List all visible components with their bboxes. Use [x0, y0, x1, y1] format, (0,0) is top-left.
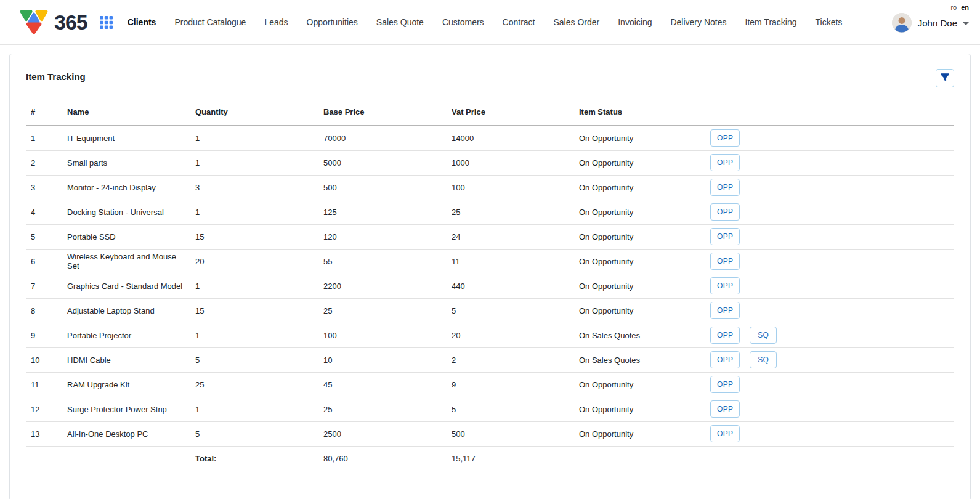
quantity: 5 [190, 421, 318, 446]
item-status: On Sales Quotes [574, 323, 705, 347]
item-name: Graphics Card - Standard Model [62, 274, 190, 298]
page-title: Item Tracking [26, 69, 86, 82]
nav-item-delivery-notes[interactable]: Delivery Notes [670, 17, 726, 27]
row-number: 9 [26, 323, 62, 347]
nav-item-opportunities[interactable]: Opportunities [307, 17, 358, 27]
item-status: On Opportunity [574, 150, 705, 175]
opp-button[interactable]: OPP [710, 327, 740, 344]
base-price: 2500 [318, 421, 447, 446]
brand-logo: 365 [18, 9, 87, 36]
nav-item-sales-quote[interactable]: Sales Quote [376, 17, 424, 27]
table-row: 12Surge Protector Power Strip1255On Oppo… [26, 397, 954, 421]
total-spacer [705, 446, 954, 471]
user-avatar[interactable] [892, 13, 912, 33]
item-tracking-table: #NameQuantityBase PriceVat PriceItem Sta… [26, 100, 954, 471]
sq-button[interactable]: SQ [750, 327, 777, 344]
item-status: On Opportunity [574, 224, 705, 249]
row-actions: OPP [705, 249, 954, 274]
base-price: 5000 [318, 150, 447, 175]
language-en[interactable]: en [961, 4, 969, 11]
table-row: 1IT Equipment17000014000On OpportunityOP… [26, 126, 954, 150]
app-launcher-grid-icon[interactable] [100, 16, 113, 29]
opp-button[interactable]: OPP [710, 179, 740, 196]
nav-links: ClientsProduct CatalogueLeadsOpportuniti… [128, 17, 843, 27]
base-price: 500 [318, 175, 447, 200]
quantity: 1 [190, 126, 318, 150]
row-actions: OPP [705, 126, 954, 150]
quantity: 25 [190, 372, 318, 397]
table-row: 10HDMI Cable5102On Sales QuotesOPPSQ [26, 347, 954, 372]
vat-price: 440 [447, 274, 574, 298]
quantity: 15 [190, 224, 318, 249]
opp-button[interactable]: OPP [710, 154, 740, 171]
language-ro[interactable]: ro [950, 4, 957, 11]
row-number: 13 [26, 421, 62, 446]
opp-button[interactable]: OPP [710, 253, 740, 270]
opp-button[interactable]: OPP [710, 228, 740, 245]
item-name: Monitor - 24-inch Display [62, 175, 190, 200]
opp-button[interactable]: OPP [710, 203, 740, 221]
base-price: 25 [318, 397, 447, 421]
table-row: 4Docking Station - Universal112525On Opp… [26, 200, 954, 224]
row-number: 4 [26, 200, 62, 224]
row-actions: OPP [705, 421, 954, 446]
vat-price: 5 [447, 397, 574, 421]
item-name: Small parts [62, 150, 190, 175]
row-number: 1 [26, 126, 62, 150]
item-status: On Sales Quotes [574, 347, 705, 372]
item-name: IT Equipment [62, 126, 190, 150]
item-name: Docking Station - Universal [62, 200, 190, 224]
opp-button[interactable]: OPP [710, 376, 740, 393]
quantity: 15 [190, 298, 318, 323]
user-menu[interactable]: John Doe [892, 13, 969, 33]
total-spacer [26, 446, 62, 471]
filter-button[interactable] [936, 69, 954, 87]
item-status: On Opportunity [574, 126, 705, 150]
base-price: 25 [318, 298, 447, 323]
opp-button[interactable]: OPP [710, 400, 740, 418]
vat-price: 9 [447, 372, 574, 397]
nav-item-contract[interactable]: Contract [503, 17, 535, 27]
table-row: 7Graphics Card - Standard Model12200440O… [26, 274, 954, 298]
opp-button[interactable]: OPP [710, 302, 740, 319]
quantity: 5 [190, 347, 318, 372]
navbar-right: ro en John Doe [892, 4, 969, 33]
table-row: 8Adjustable Laptop Stand15255On Opportun… [26, 298, 954, 323]
nav-item-product-catalogue[interactable]: Product Catalogue [174, 17, 246, 27]
column-header: Quantity [190, 100, 318, 126]
table-body: 1IT Equipment17000014000On OpportunityOP… [26, 126, 954, 446]
item-name: All-In-One Desktop PC [62, 421, 190, 446]
row-actions: OPP [705, 274, 954, 298]
nav-item-leads[interactable]: Leads [264, 17, 288, 27]
item-status: On Opportunity [574, 421, 705, 446]
row-number: 10 [26, 347, 62, 372]
user-name: John Doe [918, 18, 957, 28]
column-header: Item Status [574, 100, 705, 126]
opp-button[interactable]: OPP [710, 277, 740, 294]
row-actions: OPP [705, 224, 954, 249]
opp-button[interactable]: OPP [710, 351, 740, 368]
nav-item-clients[interactable]: Clients [128, 17, 156, 27]
vat-price: 500 [447, 421, 574, 446]
base-price: 125 [318, 200, 447, 224]
top-navbar: 365 ClientsProduct CatalogueLeadsOpportu… [0, 0, 980, 45]
base-price: 2200 [318, 274, 447, 298]
sq-button[interactable]: SQ [750, 351, 777, 368]
nav-item-invoicing[interactable]: Invoicing [618, 17, 652, 27]
item-name: Adjustable Laptop Stand [62, 298, 190, 323]
vat-price: 25 [447, 200, 574, 224]
item-name: RAM Upgrade Kit [62, 372, 190, 397]
nav-item-customers[interactable]: Customers [442, 17, 484, 27]
item-name: Portable SSD [62, 224, 190, 249]
opp-button[interactable]: OPP [710, 425, 740, 442]
nav-item-tickets[interactable]: Tickets [816, 17, 843, 27]
chevron-down-icon [963, 22, 969, 25]
opp-button[interactable]: OPP [710, 129, 740, 147]
nav-item-sales-order[interactable]: Sales Order [554, 17, 600, 27]
nav-item-item-tracking[interactable]: Item Tracking [745, 17, 797, 27]
table-row: 3Monitor - 24-inch Display3500100On Oppo… [26, 175, 954, 200]
row-actions: OPP [705, 200, 954, 224]
item-status: On Opportunity [574, 200, 705, 224]
total-label: Total: [190, 446, 318, 471]
row-actions: OPPSQ [705, 323, 954, 347]
